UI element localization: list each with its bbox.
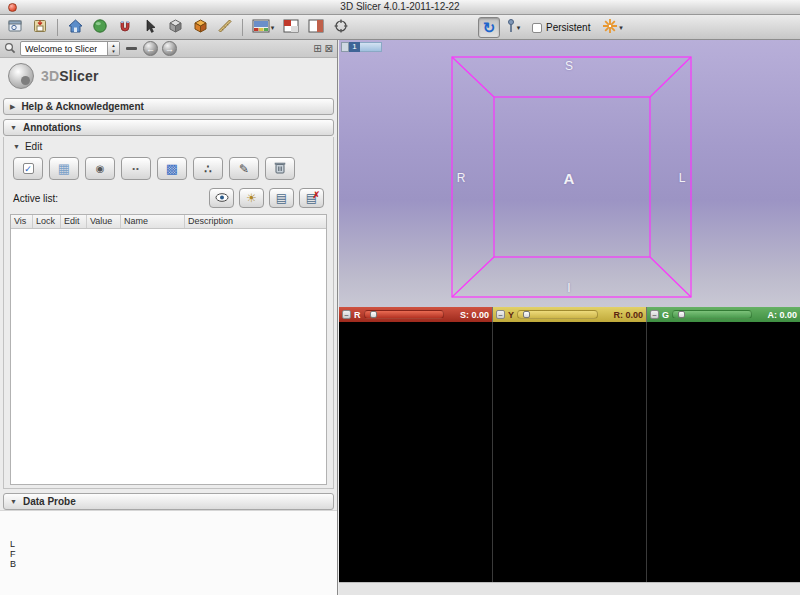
probe-axis-label-l: L (10, 539, 337, 549)
save-button[interactable] (29, 17, 51, 38)
home-module-button[interactable] (64, 17, 86, 38)
persistent-checkbox[interactable] (532, 23, 542, 33)
green-offset-slider[interactable] (672, 310, 752, 319)
forward-arrow-icon: → (165, 44, 174, 54)
exposure-button[interactable]: ☀ (239, 188, 264, 208)
welcome-module-button[interactable] (89, 17, 111, 38)
column-header-lock[interactable]: Lock (33, 215, 61, 228)
ruler-module-button[interactable] (214, 17, 236, 38)
scatter-icon: ∴ (204, 162, 212, 176)
column-header-edit[interactable]: Edit (61, 215, 87, 228)
crosshair-layout-button[interactable] (330, 17, 352, 38)
view3d-pin-button[interactable] (341, 42, 349, 52)
persistent-label: Persistent (546, 22, 590, 33)
magnet-module-button[interactable] (114, 17, 136, 38)
layout-conventional-button[interactable]: ▾ (249, 17, 277, 38)
panel-close-icon[interactable]: ⊠ (325, 43, 333, 54)
home-icon (67, 18, 84, 37)
delete-list-button[interactable]: ▤ ✗ (299, 188, 324, 208)
pointer-icon (143, 18, 157, 37)
volumes-module-button[interactable] (164, 17, 186, 38)
search-icon[interactable] (4, 42, 16, 56)
data-probe-section-header[interactable]: ▼ Data Probe (3, 493, 334, 510)
yellow-slice-controller: – Y R: 0.00 (493, 307, 647, 322)
green-pin-button[interactable]: – (650, 310, 659, 319)
yellow-slider-handle[interactable] (523, 311, 530, 318)
edit-section-header[interactable]: ▼ Edit (13, 141, 330, 152)
panel-window-controls: ⊞ ⊠ (313, 43, 333, 54)
column-header-vis[interactable]: Vis (11, 215, 33, 228)
disclosure-expanded-icon: ▼ (10, 124, 17, 131)
orientation-label-right: R (457, 171, 466, 185)
green-slider-handle[interactable] (678, 311, 685, 318)
module-back-button[interactable]: ← (143, 41, 158, 56)
annotations-table-body[interactable] (11, 229, 326, 484)
select-all-annotations-button[interactable]: ✓ (13, 157, 43, 180)
orientation-label-inferior: I (567, 281, 570, 295)
disclosure-collapsed-icon: ▶ (10, 103, 15, 111)
column-header-name[interactable]: Name (121, 215, 185, 228)
fiducial-point-button[interactable]: ◉ (85, 157, 115, 180)
refresh-button[interactable]: ↻ (478, 17, 500, 38)
persistent-option: Persistent (532, 22, 590, 33)
red-slice-viewport[interactable] (339, 322, 492, 582)
green-slice-letter: G (662, 310, 669, 320)
pin-icon (506, 18, 516, 37)
edit-section-label: Edit (25, 141, 42, 152)
yellow-offset-slider[interactable] (517, 310, 598, 319)
report-button[interactable]: ▤ (269, 188, 294, 208)
yellow-slice-viewport[interactable] (493, 322, 646, 582)
red-slider-handle[interactable] (370, 311, 377, 318)
fiducial-icon: ◉ (96, 163, 105, 174)
gray-cube-icon (167, 18, 184, 37)
red-pin-button[interactable]: – (342, 310, 351, 319)
delete-annotation-button[interactable] (265, 157, 295, 180)
module-selector-value: Welcome to Slicer (25, 44, 97, 54)
module-selector-stepper[interactable]: ▲ ▼ (107, 42, 119, 55)
active-list-row: Active list: ☀ ▤ ▤ ✗ (13, 188, 326, 208)
refresh-icon: ↻ (483, 20, 496, 35)
red-offset-slider[interactable] (364, 310, 445, 319)
slice-controllers: – R S: 0.00 – Y R: 0.00 – G (339, 307, 800, 322)
column-header-value[interactable]: Value (87, 215, 121, 228)
edit-annotation-button[interactable]: ✎ (229, 157, 259, 180)
panel-undock-icon[interactable]: ⊞ (313, 43, 321, 54)
layout-fourup-button[interactable] (280, 17, 302, 38)
yellow-pin-button[interactable]: – (496, 310, 505, 319)
help-section-header[interactable]: ▶ Help & Acknowledgement (3, 98, 334, 115)
crosshair-dropdown-button[interactable]: ▾ (599, 17, 625, 38)
window-title: 3D Slicer 4.0.1-2011-12-22 (0, 0, 800, 14)
help-section-label: Help & Acknowledgement (21, 101, 143, 112)
annotation-table-button[interactable]: ▦ (49, 157, 79, 180)
annotations-module-button[interactable] (139, 17, 161, 38)
table-grid-icon: ▦ (58, 161, 70, 176)
visibility-button[interactable] (209, 188, 234, 208)
main-toolbar: ▾ ↻ ▾ Persistent ▾ (0, 16, 800, 40)
green-offset-value: A: 0.00 (755, 310, 797, 320)
hierarchy-button[interactable]: ▩ (157, 157, 187, 180)
hierarchy-grid-icon: ▩ (166, 161, 178, 176)
green-slice-viewport[interactable] (647, 322, 800, 582)
toolbar-separator (242, 19, 243, 36)
layout-conventional-icon (252, 19, 270, 36)
module-forward-button[interactable]: → (162, 41, 177, 56)
scatter-annotation-button[interactable]: ∴ (193, 157, 223, 180)
pin-dropdown-button[interactable]: ▾ (503, 17, 523, 38)
view-3d[interactable]: S R A L I 1 (339, 40, 800, 307)
module-selector[interactable]: Welcome to Slicer ▲ ▼ (20, 41, 120, 56)
layout-dual3d-button[interactable] (305, 17, 327, 38)
load-data-button[interactable] (4, 17, 26, 38)
globe-icon (92, 18, 108, 37)
view3d-controller-strip[interactable] (360, 42, 382, 52)
close-button[interactable] (8, 3, 17, 12)
point-pair-button[interactable]: •• (121, 157, 151, 180)
module-selector-row: Welcome to Slicer ▲ ▼ ← → ⊞ ⊠ (0, 40, 337, 58)
column-header-description[interactable]: Description (185, 215, 326, 228)
volume-rendering-module-button[interactable] (189, 17, 211, 38)
status-strip (339, 582, 800, 595)
probe-axis-label-f: F (10, 549, 337, 559)
annotations-section-header[interactable]: ▼ Annotations (3, 119, 334, 136)
annotations-section-label: Annotations (23, 122, 81, 133)
back-arrow-icon: ← (146, 44, 155, 54)
eye-icon (215, 192, 229, 204)
